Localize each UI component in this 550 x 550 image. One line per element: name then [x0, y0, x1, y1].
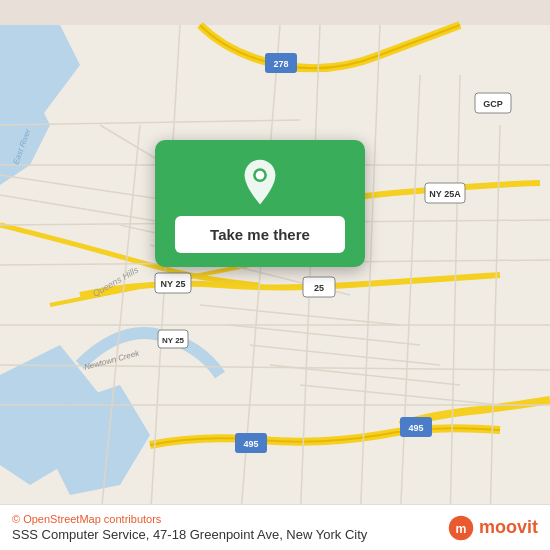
map-background: 278 495 495 25 NY 25 NY 25A NY 25A GCP N…	[0, 0, 550, 550]
take-me-there-button[interactable]: Take me there	[175, 216, 345, 253]
bottom-bar: © OpenStreetMap contributors SSS Compute…	[0, 504, 550, 550]
moovit-text: moovit	[479, 517, 538, 538]
svg-text:NY 25: NY 25	[162, 336, 185, 345]
svg-text:495: 495	[408, 423, 423, 433]
address-text: SSS Computer Service, 47-18 Greenpoint A…	[12, 527, 447, 542]
svg-text:495: 495	[243, 439, 258, 449]
svg-point-52	[256, 171, 265, 180]
location-pin-icon	[236, 158, 284, 206]
map-container: 278 495 495 25 NY 25 NY 25A NY 25A GCP N…	[0, 0, 550, 550]
svg-text:m: m	[456, 522, 467, 536]
osm-credit: © OpenStreetMap contributors	[12, 513, 447, 525]
moovit-icon: m	[447, 514, 475, 542]
location-card: Take me there	[155, 140, 365, 267]
svg-text:278: 278	[273, 59, 288, 69]
svg-text:GCP: GCP	[483, 99, 503, 109]
svg-text:NY 25: NY 25	[161, 279, 186, 289]
svg-text:NY 25A: NY 25A	[429, 189, 461, 199]
moovit-logo: m moovit	[447, 514, 538, 542]
svg-text:25: 25	[314, 283, 324, 293]
